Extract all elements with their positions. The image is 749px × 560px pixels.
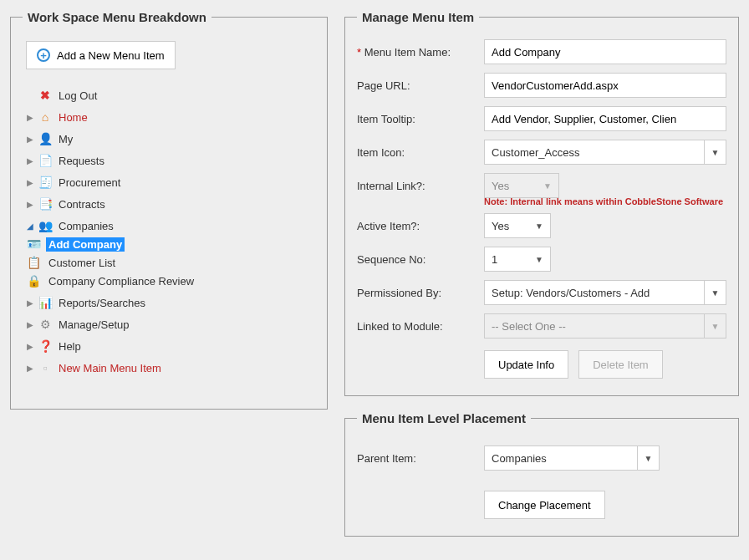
chevron-down-icon: ▼	[704, 140, 726, 164]
procurement-icon: 🧾	[38, 175, 53, 190]
tree-label: Add Company	[46, 237, 125, 252]
internal-link-note: Note: Internal link means within CobbleS…	[484, 196, 726, 206]
label-tooltip: Item Tooltip:	[357, 113, 484, 125]
tooltip-input[interactable]	[484, 106, 726, 131]
caret-icon: ▶	[26, 342, 34, 351]
tree-item-home[interactable]: ▶ ⌂ Home	[26, 108, 315, 126]
tree-label: Reports/Searches	[56, 296, 148, 310]
tree-item-compliance[interactable]: 🔒 Company Compliance Review	[26, 272, 315, 290]
chevron-down-icon: ▼	[537, 174, 558, 197]
menu-name-input[interactable]	[484, 39, 726, 64]
contracts-icon: 📑	[38, 196, 53, 211]
tree-label: Companies	[56, 219, 116, 233]
tree-label: Help	[56, 339, 84, 354]
tree-item-procurement[interactable]: ▶ 🧾 Procurement	[26, 173, 315, 191]
chevron-down-icon: ▼	[637, 446, 659, 470]
delete-item-button: Delete Item	[578, 350, 662, 379]
tree-label: Log Out	[56, 89, 99, 103]
tree-label: Procurement	[56, 176, 123, 190]
item-icon-select[interactable]: Customer_Access ▼	[484, 140, 726, 165]
manage-menu-item-panel: Manage Menu Item * Menu Item Name: Page …	[344, 10, 739, 396]
label-parent-item: Parent Item:	[357, 452, 484, 465]
item-icon-value: Customer_Access	[485, 140, 704, 164]
workspace-menu-legend: Work Space Menu Breakdown	[23, 10, 211, 24]
tree-label: New Main Menu Item	[56, 361, 164, 375]
tree-label: Contracts	[56, 197, 108, 211]
module-select: -- Select One -- ▼	[484, 313, 726, 339]
caret-icon: ▶	[26, 113, 34, 122]
tree-label: Home	[56, 110, 90, 125]
permission-value: Setup: Vendors/Customers - Add	[485, 281, 704, 304]
tree-label: Manage/Setup	[56, 318, 132, 332]
customer-list-icon: 📋	[26, 255, 41, 270]
label-icon: Item Icon:	[357, 146, 484, 159]
requests-icon: 📄	[38, 153, 53, 168]
tree-label: My	[56, 132, 75, 146]
caret-down-icon: ◢	[26, 221, 34, 231]
caret-icon: ▶	[26, 298, 34, 308]
caret-icon: ▶	[26, 364, 34, 373]
tree-label: Company Compliance Review	[46, 274, 196, 288]
caret-icon: ▶	[26, 156, 34, 165]
workspace-menu-panel: Work Space Menu Breakdown + Add a New Me…	[10, 10, 328, 410]
caret-icon: ▶	[26, 178, 34, 187]
label-menu-name: * Menu Item Name:	[357, 46, 484, 59]
sequence-select[interactable]: 1 ▼	[484, 247, 551, 272]
caret-icon: ▶	[26, 135, 34, 144]
tree-item-add-company[interactable]: 🪪 Add Company	[26, 235, 315, 253]
gear-icon: ⚙	[38, 317, 53, 332]
internal-link-value: Yes	[485, 174, 537, 197]
chevron-down-icon: ▼	[528, 214, 550, 237]
change-placement-button[interactable]: Change Placement	[484, 491, 605, 519]
new-item-icon: ▫	[38, 360, 53, 375]
companies-icon: 👥	[38, 218, 53, 233]
tree-item-requests[interactable]: ▶ 📄 Requests	[26, 151, 315, 170]
label-module: Linked to Module:	[357, 320, 484, 333]
tree-item-contracts[interactable]: ▶ 📑 Contracts	[26, 195, 315, 213]
parent-item-value: Companies	[485, 446, 637, 470]
placement-legend: Menu Item Level Placement	[357, 411, 531, 425]
tree-item-my[interactable]: ▶ 👤 My	[26, 130, 315, 148]
compliance-icon: 🔒	[26, 273, 41, 288]
tree-label: Customer List	[46, 256, 118, 270]
tree-label: Requests	[56, 154, 107, 168]
label-permission: Permissioned By:	[357, 287, 484, 299]
menu-tree: ✖ Log Out ▶ ⌂ Home ▶ 👤 My ▶ 📄 Requests	[26, 84, 315, 379]
page-url-input[interactable]	[484, 73, 726, 98]
label-page-url: Page URL:	[357, 79, 484, 92]
active-item-select[interactable]: Yes ▼	[484, 213, 551, 238]
chevron-down-icon: ▼	[528, 247, 550, 271]
permission-select[interactable]: Setup: Vendors/Customers - Add ▼	[484, 280, 726, 305]
tree-item-companies[interactable]: ◢ 👥 Companies	[26, 216, 315, 235]
add-company-icon: 🪪	[26, 237, 41, 252]
tree-item-reports[interactable]: ▶ 📊 Reports/Searches	[26, 293, 315, 312]
home-icon: ⌂	[38, 109, 53, 125]
logout-icon: ✖	[38, 88, 53, 103]
add-menu-item-label: Add a New Menu Item	[57, 49, 165, 62]
parent-item-select[interactable]: Companies ▼	[484, 445, 660, 471]
chevron-down-icon: ▼	[704, 314, 726, 338]
tree-item-manage[interactable]: ▶ ⚙ Manage/Setup	[26, 315, 315, 333]
tree-item-help[interactable]: ▶ ❓ Help	[26, 337, 315, 355]
user-icon: 👤	[38, 131, 53, 146]
manage-legend: Manage Menu Item	[357, 10, 479, 24]
label-sequence: Sequence No:	[357, 253, 484, 266]
module-value: -- Select One --	[485, 314, 704, 338]
reports-icon: 📊	[38, 295, 53, 310]
update-info-button[interactable]: Update Info	[484, 350, 568, 379]
label-internal: Internal Link?:	[357, 180, 484, 192]
label-active: Active Item?:	[357, 220, 484, 232]
internal-link-select: Yes ▼	[484, 173, 559, 198]
placement-panel: Menu Item Level Placement Parent Item: C…	[344, 411, 739, 537]
plus-icon: +	[37, 48, 50, 62]
caret-icon: ▶	[26, 320, 34, 329]
tree-item-customer-list[interactable]: 📋 Customer List	[26, 253, 315, 272]
help-icon: ❓	[38, 339, 53, 354]
tree-item-new-main[interactable]: ▶ ▫ New Main Menu Item	[26, 359, 315, 377]
chevron-down-icon: ▼	[704, 281, 726, 304]
active-item-value: Yes	[485, 214, 528, 237]
add-menu-item-button[interactable]: + Add a New Menu Item	[26, 41, 176, 69]
sequence-value: 1	[485, 247, 528, 271]
tree-item-logout[interactable]: ✖ Log Out	[26, 86, 315, 104]
caret-icon: ▶	[26, 200, 34, 209]
